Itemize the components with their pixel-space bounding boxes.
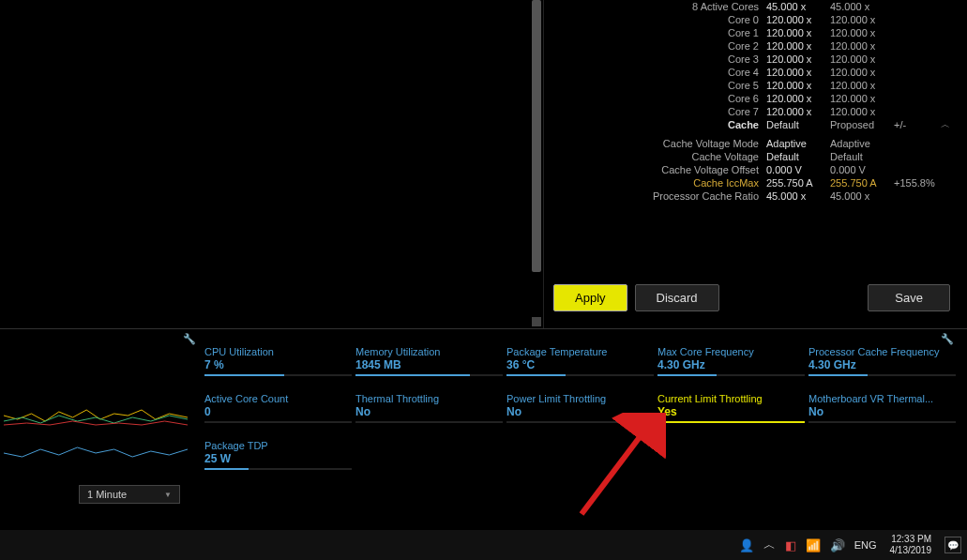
row-value-proposed: 120.000 x: [830, 79, 894, 92]
left-scrollbar-thumb[interactable]: [532, 317, 541, 326]
row-value-proposed: 120.000 x: [830, 53, 894, 66]
row-value-proposed: 120.000 x: [830, 105, 894, 118]
row-value-delta: [894, 163, 950, 176]
stat-bar: [808, 421, 956, 423]
row-label: Cache Voltage Mode: [616, 137, 766, 150]
stat-bar: [506, 421, 654, 423]
stat-label: Package Temperature: [506, 346, 654, 357]
settings-row: Cache VoltageDefaultDefault: [553, 150, 950, 163]
row-value-proposed: Default: [830, 150, 894, 163]
stat-item[interactable]: Motherboard VR Thermal...No: [808, 393, 956, 423]
row-value-proposed: Proposed: [830, 118, 894, 131]
people-icon[interactable]: 👤: [739, 538, 754, 552]
left-empty-panel: [0, 0, 544, 328]
row-value-proposed: 120.000 x: [830, 92, 894, 105]
settings-row: 8 Active Cores45.000 x45.000 x: [553, 0, 950, 13]
stat-label: Active Core Count: [204, 393, 352, 404]
row-value-default: 120.000 x: [766, 13, 830, 26]
notifications-icon[interactable]: 💬: [944, 537, 961, 553]
stat-item[interactable]: Current Limit ThrottlingYes: [657, 393, 805, 423]
stat-bar: [204, 468, 352, 470]
row-label: Cache IccMax: [616, 176, 766, 189]
tray-chevron-up-icon[interactable]: ︿: [763, 537, 776, 553]
stat-value: No: [355, 405, 503, 418]
row-value-default: 120.000 x: [766, 66, 830, 79]
stat-bar: [355, 421, 503, 423]
apply-button[interactable]: Apply: [553, 284, 627, 311]
row-value-delta: [894, 26, 950, 39]
row-value-proposed: 45.000 x: [830, 189, 894, 203]
stat-value: 25 W: [204, 452, 352, 465]
chevron-up-icon[interactable]: ︿: [941, 118, 950, 131]
settings-row: Cache Voltage Offset0.000 V0.000 V: [553, 163, 950, 176]
stat-item[interactable]: CPU Utilization7 %: [204, 346, 352, 376]
tray-app-icon[interactable]: ◧: [785, 538, 796, 552]
stat-item[interactable]: Package Temperature36 °C: [506, 346, 654, 376]
row-value-delta: [894, 39, 950, 53]
row-label: Core 3: [616, 53, 766, 66]
stat-bar: [355, 374, 503, 376]
stat-label: Power Limit Throttling: [506, 393, 654, 404]
row-label: Cache Voltage: [616, 150, 766, 163]
row-value-default: Default: [766, 150, 830, 163]
stat-bar: [204, 421, 352, 423]
left-scrollbar[interactable]: [532, 0, 541, 272]
volume-icon[interactable]: 🔊: [830, 538, 845, 552]
row-value-delta: [894, 150, 950, 163]
stat-label: Package TDP: [204, 440, 352, 451]
stat-bar: [657, 421, 805, 423]
row-value-default: Adaptive: [766, 137, 830, 150]
row-label: Core 6: [616, 92, 766, 105]
mini-chart-2: [4, 432, 188, 464]
discard-button[interactable]: Discard: [635, 284, 719, 311]
row-value-default: 120.000 x: [766, 53, 830, 66]
taskbar-time: 12:33 PM: [891, 534, 931, 545]
stat-item[interactable]: Thermal ThrottlingNo: [355, 393, 503, 423]
chevron-down-icon: ▼: [164, 491, 172, 499]
stat-item[interactable]: Max Core Frequency4.30 GHz: [657, 346, 805, 376]
wifi-icon[interactable]: 📶: [806, 538, 821, 552]
taskbar[interactable]: 👤 ︿ ◧ 📶 🔊 ENG 12:33 PM 4/13/2019 💬: [0, 530, 967, 560]
save-button[interactable]: Save: [868, 284, 950, 311]
row-label: Processor Cache Ratio: [616, 189, 766, 203]
stat-item[interactable]: Memory Utilization1845 MB: [355, 346, 503, 376]
stat-value: 0: [204, 405, 352, 418]
row-label: Cache Voltage Offset: [616, 163, 766, 176]
stat-item[interactable]: Package TDP25 W: [204, 440, 352, 470]
row-value-delta: [894, 66, 950, 79]
row-value-delta: +155.8%: [894, 176, 950, 189]
stat-item[interactable]: Active Core Count0: [204, 393, 352, 423]
stat-value: Yes: [657, 405, 805, 418]
stat-label: Current Limit Throttling: [657, 393, 805, 404]
stat-bar: [204, 374, 352, 376]
settings-row: Core 5120.000 x120.000 x: [553, 79, 950, 92]
row-label: Cache: [616, 118, 766, 131]
time-range-select[interactable]: 1 Minute ▼: [79, 485, 180, 504]
row-value-proposed: 255.750 A: [830, 176, 894, 189]
row-value-default: 120.000 x: [766, 79, 830, 92]
taskbar-clock[interactable]: 12:33 PM 4/13/2019: [886, 534, 936, 556]
tuning-panel: 8 Active Cores45.000 x45.000 xCore 0120.…: [544, 0, 967, 328]
stat-label: Max Core Frequency: [657, 346, 805, 357]
chart-column: 1 Minute ▼: [0, 329, 188, 521]
settings-row: Cache IccMax255.750 A255.750 A+155.8%: [553, 176, 950, 189]
row-label: Core 2: [616, 39, 766, 53]
row-label: Core 1: [616, 26, 766, 39]
language-indicator[interactable]: ENG: [854, 539, 877, 551]
settings-row: Core 7120.000 x120.000 x: [553, 105, 950, 118]
row-value-delta: [894, 105, 950, 118]
row-value-proposed: 120.000 x: [830, 66, 894, 79]
row-value-delta: [894, 79, 950, 92]
stat-value: No: [506, 405, 654, 418]
stat-bar: [506, 374, 654, 376]
stat-item[interactable]: Processor Cache Frequency4.30 GHz: [808, 346, 956, 376]
row-value-proposed: Adaptive: [830, 137, 894, 150]
stat-label: Motherboard VR Thermal...: [808, 393, 956, 404]
stat-label: CPU Utilization: [204, 346, 352, 357]
settings-row: Core 4120.000 x120.000 x: [553, 66, 950, 79]
wrench-icon[interactable]: 🔧: [941, 333, 954, 345]
stat-item[interactable]: Power Limit ThrottlingNo: [506, 393, 654, 423]
row-value-delta: [894, 189, 950, 203]
mini-chart-1: [4, 397, 188, 429]
row-label: Core 7: [616, 105, 766, 118]
